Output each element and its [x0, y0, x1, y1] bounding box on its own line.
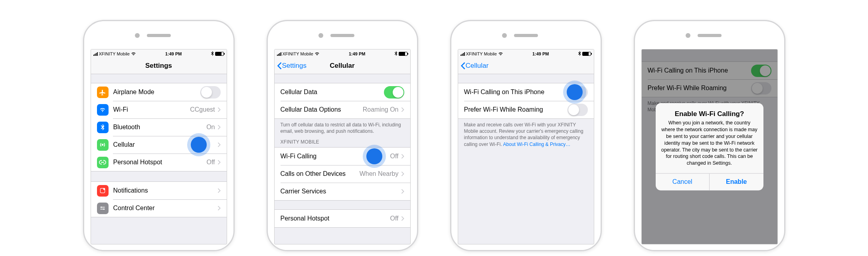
phone-frame-2: XFINITY Mobile 1:49 PM Settings Cellular…	[267, 20, 418, 251]
chevron-icon	[401, 189, 404, 194]
battery-icon	[399, 52, 407, 56]
row-wifi[interactable]: Wi-Fi CCguest	[91, 101, 227, 118]
chevron-icon	[217, 206, 221, 211]
alert-message: When you join a network, the country whe…	[656, 119, 763, 173]
carrier-label: XFINITY Mobile	[466, 51, 497, 56]
section-footer: Make and receive calls over Wi-Fi with y…	[458, 119, 594, 150]
row-label: Carrier Services	[281, 188, 401, 195]
back-button[interactable]: Cellular	[461, 62, 489, 70]
row-value: On	[206, 124, 215, 131]
phone-frame-3: XFINITY Mobile 1:49 PM Cellular Wi-Fi Ca…	[450, 20, 602, 251]
camera-dot	[318, 33, 323, 38]
signal-icon	[461, 52, 465, 56]
status-bar: XFINITY Mobile 1:49 PM	[275, 49, 410, 57]
row-label: Airplane Mode	[113, 89, 200, 96]
battery-icon	[215, 52, 224, 56]
carrier-label: XFINITY Mobile	[99, 51, 130, 56]
chevron-icon	[217, 107, 221, 112]
chevron-icon	[217, 142, 221, 147]
back-label: Settings	[282, 62, 306, 70]
bluetooth-icon	[578, 51, 581, 57]
row-label: Cellular	[113, 141, 217, 148]
row-label: Bluetooth	[113, 124, 207, 131]
section-header: XFINITY MOBILE	[275, 137, 410, 147]
row-cellular[interactable]: Cellular	[91, 136, 227, 154]
alert-dialog: Enable Wi-Fi Calling? When you join a ne…	[656, 103, 763, 190]
row-carrier-services[interactable]: Carrier Services	[275, 183, 410, 200]
signal-icon	[93, 52, 98, 56]
carrier-label: XFINITY Mobile	[283, 51, 313, 56]
row-personal-hotspot[interactable]: Personal Hotspot Off	[91, 154, 227, 171]
status-bar: XFINITY Mobile 1:49 PM	[91, 49, 227, 57]
row-label: Calls on Other Devices	[281, 170, 360, 177]
row-cellular-data-options[interactable]: Cellular Data Options Roaming On	[275, 101, 410, 118]
row-value: CCguest	[190, 106, 215, 113]
row-control-center[interactable]: Control Center	[91, 199, 227, 217]
bluetooth-settings-icon	[97, 122, 109, 133]
cancel-button[interactable]: Cancel	[656, 174, 710, 191]
row-value: Off	[390, 215, 398, 222]
svg-rect-3	[100, 207, 105, 208]
camera-dot	[135, 33, 140, 38]
hotspot-icon	[97, 157, 109, 168]
time-label: 1:49 PM	[532, 51, 549, 56]
bluetooth-icon	[394, 51, 397, 57]
cellular-data-toggle[interactable]	[384, 86, 404, 98]
page-title: Cellular	[330, 62, 354, 70]
prefer-roaming-toggle[interactable]	[567, 104, 588, 116]
nav-bar: Cellular	[458, 57, 594, 74]
row-notifications[interactable]: Notifications	[91, 182, 227, 199]
row-wifi-calling-iphone[interactable]: Wi-Fi Calling on This iPhone	[458, 83, 594, 101]
nav-bar: Settings	[91, 57, 227, 74]
enable-button[interactable]: Enable	[709, 174, 763, 191]
screen: XFINITY Mobile 1:49 PM Cellular Wi-Fi Ca…	[458, 49, 594, 244]
cellular-icon	[97, 139, 109, 151]
row-cellular-data[interactable]: Cellular Data	[275, 83, 410, 101]
bluetooth-icon	[211, 51, 214, 57]
phone-frame-1: XFINITY Mobile 1:49 PM Settings Airplane…	[83, 20, 235, 251]
row-value: Roaming On	[363, 106, 399, 113]
time-label: 1:49 PM	[165, 51, 182, 56]
row-wifi-calling[interactable]: Wi-Fi Calling Off	[275, 148, 410, 165]
speaker-slot	[698, 34, 722, 37]
screen: XFINITY Mobile 1:49 PM Settings Cellular…	[274, 49, 411, 244]
row-calls-other-devices[interactable]: Calls on Other Devices When Nearby	[275, 165, 410, 183]
row-prefer-wifi-roaming[interactable]: Prefer Wi-Fi While Roaming	[458, 101, 594, 118]
row-label: Wi-Fi Calling	[281, 153, 390, 160]
row-label: Personal Hotspot	[281, 215, 390, 222]
airplane-toggle[interactable]	[200, 86, 221, 98]
camera-dot	[502, 33, 507, 38]
row-label: Cellular Data Options	[281, 106, 363, 113]
row-personal-hotspot[interactable]: Personal Hotspot Off	[275, 210, 410, 227]
screen: Wi-Fi Calling on This iPhone Prefer Wi-F…	[641, 49, 778, 244]
alert-title: Enable Wi-Fi Calling?	[656, 103, 763, 119]
chevron-icon	[401, 107, 404, 112]
control-center-icon	[97, 203, 109, 214]
back-label: Cellular	[466, 62, 489, 70]
signal-icon	[277, 52, 281, 56]
chevron-icon	[217, 188, 221, 193]
airplane-icon	[97, 87, 109, 98]
row-label: Wi-Fi Calling on This iPhone	[464, 89, 567, 96]
nav-bar: Settings Cellular	[275, 57, 410, 74]
status-bar: XFINITY Mobile 1:49 PM	[458, 49, 594, 57]
speaker-slot	[514, 34, 538, 37]
row-label: Wi-Fi	[113, 106, 190, 113]
time-label: 1:49 PM	[349, 51, 366, 56]
wifi-calling-toggle[interactable]	[567, 86, 588, 98]
speaker-slot	[147, 34, 171, 37]
wifi-settings-icon	[97, 104, 109, 116]
row-bluetooth[interactable]: Bluetooth On	[91, 118, 227, 136]
phone-frame-4: Wi-Fi Calling on This iPhone Prefer Wi-F…	[634, 20, 785, 251]
row-label: Cellular Data	[281, 89, 384, 96]
wifi-icon	[314, 51, 320, 56]
row-airplane-mode[interactable]: Airplane Mode	[91, 83, 227, 101]
battery-icon	[582, 52, 591, 56]
privacy-link[interactable]: About Wi-Fi Calling & Privacy…	[503, 142, 571, 147]
camera-dot	[686, 33, 690, 38]
chevron-icon	[401, 216, 404, 221]
notifications-icon	[97, 185, 109, 197]
chevron-icon	[401, 154, 404, 159]
row-label: Notifications	[113, 187, 217, 194]
back-button[interactable]: Settings	[277, 62, 306, 70]
